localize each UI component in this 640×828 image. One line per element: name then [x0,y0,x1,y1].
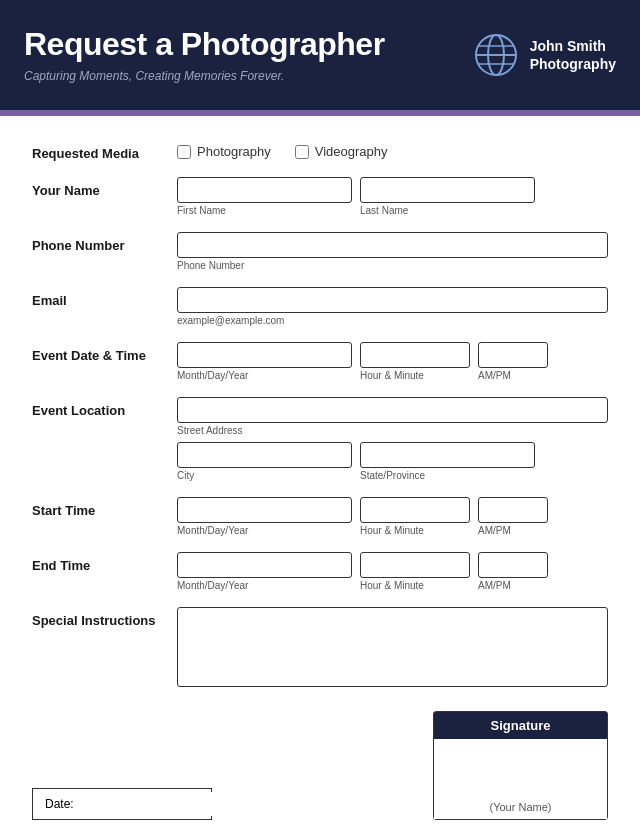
start-hour-hint: Hour & Minute [360,525,470,536]
city-hint: City [177,470,352,481]
phone-fields: Phone Number [177,232,608,271]
end-time-field-row: Month/Day/Year Hour & Minute AM/PM [177,552,608,591]
special-instructions-fields [177,607,608,687]
city-group: City [177,442,352,481]
videography-label: Videography [315,144,388,159]
last-name-input[interactable] [360,177,535,203]
event-hour-hint: Hour & Minute [360,370,470,381]
end-ampm-input[interactable] [478,552,548,578]
your-name-fields: First Name Last Name [177,177,608,216]
page-title: Request a Photographer [24,27,474,62]
logo-line1: John Smith [530,37,616,55]
header-right: John Smith Photography [474,33,616,77]
phone-hint: Phone Number [177,260,608,271]
event-date-field-row: Month/Day/Year Hour & Minute AM/PM [177,342,608,381]
requested-media-label: Requested Media [32,140,177,161]
form-container: Requested Media Photography Videography … [0,116,640,828]
event-ampm-hint: AM/PM [478,370,548,381]
event-location-row: Event Location Street Address City State… [32,397,608,481]
start-ampm-hint: AM/PM [478,525,548,536]
state-input[interactable] [360,442,535,468]
event-date-input[interactable] [177,342,352,368]
phone-label: Phone Number [32,232,177,253]
start-date-input[interactable] [177,497,352,523]
signature-body: (Your Name) [434,739,607,819]
end-time-row: End Time Month/Day/Year Hour & Minute AM… [32,552,608,591]
event-date-label: Event Date & Time [32,342,177,363]
special-instructions-textarea[interactable] [177,607,608,687]
street-address-hint: Street Address [177,425,608,436]
event-date-row: Event Date & Time Month/Day/Year Hour & … [32,342,608,381]
bottom-section: Date: Signature (Your Name) [32,711,608,820]
start-time-row: Start Time Month/Day/Year Hour & Minute … [32,497,608,536]
city-input[interactable] [177,442,352,468]
logo-text: John Smith Photography [530,37,616,73]
start-date-group: Month/Day/Year [177,497,352,536]
email-row: Email example@example.com [32,287,608,326]
event-date-fields: Month/Day/Year Hour & Minute AM/PM [177,342,608,381]
end-hour-input[interactable] [360,552,470,578]
event-location-label: Event Location [32,397,177,418]
first-name-input[interactable] [177,177,352,203]
event-hour-group: Hour & Minute [360,342,470,381]
start-time-field-row: Month/Day/Year Hour & Minute AM/PM [177,497,608,536]
start-time-label: Start Time [32,497,177,518]
last-name-group: Last Name [360,177,535,216]
name-field-row: First Name Last Name [177,177,608,216]
state-hint: State/Province [360,470,535,481]
event-ampm-group: AM/PM [478,342,548,381]
event-date-group: Month/Day/Year [177,342,352,381]
header: Request a Photographer Capturing Moments… [0,0,640,110]
end-ampm-group: AM/PM [478,552,548,591]
date-prefix: Date: [45,797,74,811]
signature-header: Signature [434,712,607,739]
email-fields: example@example.com [177,287,608,326]
phone-input[interactable] [177,232,608,258]
start-date-hint: Month/Day/Year [177,525,352,536]
special-instructions-label: Special Instructions [32,607,177,628]
photography-checkbox[interactable] [177,145,191,159]
end-time-label: End Time [32,552,177,573]
start-ampm-input[interactable] [478,497,548,523]
videography-option[interactable]: Videography [295,144,388,159]
your-name-label: Your Name [32,177,177,198]
start-hour-input[interactable] [360,497,470,523]
signature-name-hint: (Your Name) [490,801,552,813]
logo-line2: Photography [530,55,616,73]
photography-option[interactable]: Photography [177,144,271,159]
event-location-fields: Street Address City State/Province [177,397,608,481]
header-subtitle: Capturing Moments, Creating Memories For… [24,69,474,83]
email-hint: example@example.com [177,315,608,326]
signature-box: Signature (Your Name) [433,711,608,820]
photography-label: Photography [197,144,271,159]
email-label: Email [32,287,177,308]
event-date-hint: Month/Day/Year [177,370,352,381]
event-ampm-input[interactable] [478,342,548,368]
requested-media-fields: Photography Videography [177,140,608,159]
end-ampm-hint: AM/PM [478,580,548,591]
end-date-input[interactable] [177,552,352,578]
event-hour-input[interactable] [360,342,470,368]
start-time-fields: Month/Day/Year Hour & Minute AM/PM [177,497,608,536]
street-address-input[interactable] [177,397,608,423]
first-name-hint: First Name [177,205,352,216]
city-state-row: City State/Province [177,442,608,481]
end-hour-group: Hour & Minute [360,552,470,591]
videography-checkbox[interactable] [295,145,309,159]
end-date-hint: Month/Day/Year [177,580,352,591]
date-input[interactable] [78,792,244,816]
requested-media-row: Requested Media Photography Videography [32,140,608,161]
date-field: Date: [32,788,212,820]
first-name-group: First Name [177,177,352,216]
end-time-fields: Month/Day/Year Hour & Minute AM/PM [177,552,608,591]
special-instructions-row: Special Instructions [32,607,608,687]
end-hour-hint: Hour & Minute [360,580,470,591]
media-options-row: Photography Videography [177,140,608,159]
start-ampm-group: AM/PM [478,497,548,536]
last-name-hint: Last Name [360,205,535,216]
phone-row: Phone Number Phone Number [32,232,608,271]
email-input[interactable] [177,287,608,313]
state-group: State/Province [360,442,535,481]
logo-icon [474,33,518,77]
your-name-row: Your Name First Name Last Name [32,177,608,216]
